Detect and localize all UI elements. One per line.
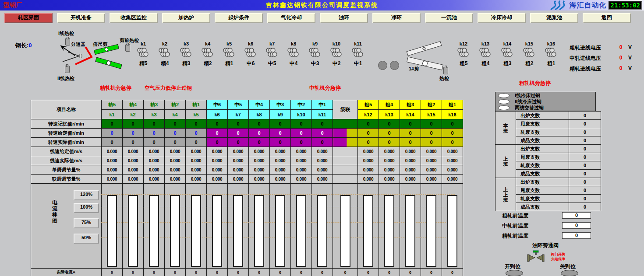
cascade-cell bbox=[333, 165, 358, 175]
temperature-value-box[interactable]: 0 bbox=[562, 222, 591, 229]
current-bar bbox=[296, 195, 306, 267]
shift-stat-row: 本班出炉支数0 bbox=[495, 112, 601, 120]
stand-roller-icon bbox=[501, 47, 514, 59]
bar-row-label-cell: 电流棒图120%100%75%50% bbox=[31, 184, 102, 269]
data-row-6: 单调调节量%0.0000.0000.0000.0000.0000.0000.00… bbox=[31, 165, 463, 175]
voltage-unit: V bbox=[628, 44, 637, 52]
steel-length-label: 钢长: bbox=[15, 42, 28, 49]
value-cell: 0.000 bbox=[379, 147, 400, 156]
actual-current-value: 0 bbox=[186, 269, 207, 276]
table-corner-label: 项目名称 bbox=[31, 100, 102, 119]
divider-shear-graphic bbox=[55, 37, 131, 72]
value-cell: 0.000 bbox=[400, 147, 421, 156]
scale-button-75[interactable]: 75% bbox=[74, 218, 99, 228]
col-header-k11: k11 bbox=[312, 110, 333, 119]
stand-k-label: k15 bbox=[525, 41, 533, 47]
stand-name-label: 粗2 bbox=[525, 60, 534, 66]
value-cell: 0 bbox=[421, 119, 442, 129]
current-bar bbox=[447, 195, 457, 267]
stand-roller-icon bbox=[180, 47, 193, 59]
col-header-粗5: 粗5 bbox=[358, 100, 379, 110]
value-cell: 0.000 bbox=[421, 147, 442, 156]
stand-name-label: 中2 bbox=[333, 60, 341, 66]
value-cell: 0.000 bbox=[207, 175, 228, 184]
value-cell: 0.000 bbox=[144, 156, 165, 165]
nav-button-9[interactable]: 一沉池 bbox=[425, 13, 473, 23]
current-bar bbox=[107, 195, 117, 267]
temperature-value-box[interactable]: 0 bbox=[562, 232, 591, 239]
current-bar bbox=[128, 195, 138, 267]
nav-button-3[interactable]: 收集区监控 bbox=[110, 13, 158, 23]
voltage-row: 粗轧进线电压0V bbox=[570, 44, 640, 52]
current-bar bbox=[149, 195, 159, 267]
value-cell: 0.000 bbox=[144, 147, 165, 156]
value-cell: 0 bbox=[421, 129, 442, 138]
alarm-air-pressure: 空气压力低停止过钢 bbox=[145, 84, 192, 92]
nav-button-1[interactable]: 轧区界面 bbox=[4, 13, 53, 23]
value-cell: 0.000 bbox=[249, 175, 270, 184]
value-cell: 0 bbox=[228, 129, 249, 138]
nav-button-12[interactable]: 返回 bbox=[583, 13, 631, 23]
value-cell: 0.000 bbox=[249, 147, 270, 156]
col-header-粗1: 粗1 bbox=[442, 100, 463, 110]
nav-button-11[interactable]: 泥浆池 bbox=[530, 13, 578, 23]
col-header-k5: k5 bbox=[186, 110, 207, 119]
stand-k-label: k11 bbox=[354, 41, 362, 47]
nav-button-7[interactable]: 浊环 bbox=[320, 13, 368, 23]
scale-button-100[interactable]: 100% bbox=[74, 203, 99, 213]
actual-current-value: 0 bbox=[102, 269, 123, 276]
col-header-k12: k12 bbox=[358, 110, 379, 119]
value-cell: 0.000 bbox=[123, 147, 144, 156]
steel-length-value: 0 bbox=[28, 42, 32, 49]
value-cell: 0 bbox=[379, 138, 400, 147]
shift-stat-label: 出炉支数 bbox=[516, 145, 569, 153]
value-cell: 0.000 bbox=[207, 147, 228, 156]
col-header-粗4: 粗4 bbox=[379, 100, 400, 110]
stand-name-label: 精4 bbox=[161, 60, 169, 66]
value-cell: 0 bbox=[207, 119, 228, 129]
nav-button-6[interactable]: 气化冷却 bbox=[267, 13, 315, 23]
shift-stat-label: 甩废支数 bbox=[516, 186, 569, 195]
value-cell: 0.000 bbox=[186, 165, 207, 175]
value-cell: 0.000 bbox=[270, 175, 291, 184]
scale-button-50[interactable]: 50% bbox=[74, 234, 99, 244]
col-header-中4: 中4 bbox=[249, 100, 270, 110]
bar-cell bbox=[270, 184, 291, 269]
alarm-fine-estop: 精轧机旁急停 bbox=[100, 84, 131, 92]
stand-roller-icon bbox=[330, 47, 343, 59]
actual-current-value: 0 bbox=[144, 269, 165, 276]
stand-roller-icon bbox=[287, 47, 300, 59]
col-header-中3: 中3 bbox=[270, 100, 291, 110]
stand-roller-icon bbox=[457, 47, 470, 59]
col-header-k4: k4 bbox=[165, 110, 186, 119]
nav-button-10[interactable]: 冷床冷却 bbox=[478, 13, 526, 23]
value-cell: 0 bbox=[400, 119, 421, 129]
value-cell: 0 bbox=[270, 119, 291, 129]
current-bar bbox=[191, 195, 201, 267]
value-cell: 0.000 bbox=[400, 165, 421, 175]
nav-button-5[interactable]: 起炉条件 bbox=[215, 13, 263, 23]
data-row-3: 转速实际值r/min0000000000000000 bbox=[31, 138, 463, 147]
scale-button-120[interactable]: 120% bbox=[74, 190, 99, 200]
bar-cell bbox=[379, 184, 400, 269]
line2-sensor-label: II线热检 bbox=[57, 75, 74, 82]
temperature-value-box[interactable]: 0 bbox=[562, 212, 591, 219]
temperature-row: 中轧前温度0 bbox=[495, 222, 596, 229]
col-header-中1: 中1 bbox=[312, 100, 333, 110]
value-cell: 0.000 bbox=[400, 156, 421, 165]
bar-cell bbox=[333, 184, 358, 269]
voltage-label: 精轧进线电压 bbox=[570, 65, 613, 73]
process-table: 项目名称精5精4精3精2精1中6中5中4中3中2中1级联粗5粗4粗3粗2粗1k1… bbox=[31, 100, 463, 276]
current-bar bbox=[275, 195, 285, 267]
nav-button-4[interactable]: 加热炉 bbox=[162, 13, 210, 23]
stand-roller-icon bbox=[308, 47, 322, 59]
nav-button-2[interactable]: 开机准备 bbox=[57, 13, 105, 23]
stand-roller-icon bbox=[479, 47, 492, 59]
value-cell: 0.000 bbox=[228, 165, 249, 175]
value-cell: 0.000 bbox=[102, 165, 123, 175]
col-header-中2: 中2 bbox=[291, 100, 312, 110]
value-cell: 0 bbox=[312, 138, 333, 147]
stand-k-label: k5 bbox=[226, 41, 232, 47]
shift-stat-value: 0 bbox=[569, 136, 601, 145]
nav-button-8[interactable]: 净环 bbox=[372, 13, 421, 23]
